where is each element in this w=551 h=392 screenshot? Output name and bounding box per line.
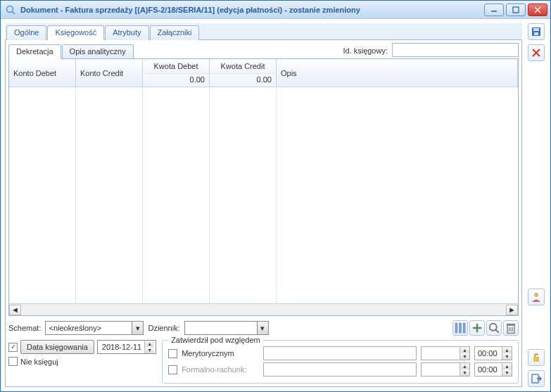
minimize-button[interactable]: [484, 4, 504, 16]
id-input[interactable]: [392, 43, 519, 57]
chevron-down-icon[interactable]: ▾: [257, 322, 268, 334]
svg-rect-14: [507, 324, 516, 326]
tab-atrybuty[interactable]: Atrybuty: [105, 25, 148, 40]
bottom-area: Schemat: <nieokreślony> ▾ Dziennik: ▾: [8, 316, 519, 384]
merytorycznym-input[interactable]: [263, 346, 417, 360]
schemat-label: Schemat:: [8, 324, 41, 332]
columns-button[interactable]: [452, 320, 468, 336]
merytorycznym-checkbox[interactable]: [168, 349, 177, 358]
scroll-left-icon[interactable]: ◄: [9, 305, 21, 315]
grid-header: Konto Debet Konto Credit Kwota Debet 0.0…: [9, 59, 518, 87]
svg-rect-8: [463, 323, 466, 334]
id-label: Id. księgowy:: [343, 46, 388, 55]
col-opis[interactable]: Opis: [277, 59, 518, 87]
grid-toolbar: [452, 320, 519, 336]
data-ksiegowania-checkbox[interactable]: [8, 343, 18, 352]
main-column: Ogólne Księgowość Atrybuty Załączniki De…: [5, 23, 522, 387]
inner-tab-dekretacja[interactable]: Dekretacja: [8, 44, 61, 59]
svg-rect-6: [455, 323, 458, 334]
svg-rect-20: [534, 32, 538, 35]
data-ksiegowania-row: Data księgowania 2018-12-11 ▲▼: [8, 340, 156, 354]
svg-point-23: [534, 293, 538, 297]
merytorycznym-num[interactable]: ▲▼: [421, 346, 470, 360]
formalno-row: Formalno-rachunk: ▲▼ 00:00▲▼: [168, 362, 512, 377]
data-ksiegowania-date[interactable]: 2018-12-11 ▲▼: [97, 340, 156, 354]
nie-ksieguj-row: Nie księguj: [8, 357, 156, 366]
side-toolbar: [526, 23, 546, 387]
merytorycznym-row: Merytorycznym ▲▼ 00:00▲▼: [168, 346, 512, 360]
schemat-combo[interactable]: <nieokreślony> ▾: [45, 321, 144, 335]
svg-point-11: [490, 324, 497, 331]
zatwierdzil-legend: Zatwierdził pod względem: [168, 336, 263, 344]
formalno-checkbox[interactable]: [168, 365, 177, 374]
dziennik-label: Dziennik:: [148, 324, 179, 332]
date-spinner[interactable]: ▲▼: [144, 341, 154, 353]
svg-rect-3: [513, 7, 519, 13]
nie-ksieguj-label: Nie księguj: [20, 358, 58, 366]
save-button[interactable]: [528, 23, 545, 40]
sum-kwota-debet: 0.00: [143, 73, 209, 87]
search-button[interactable]: [486, 320, 502, 336]
data-ksiegowania-button[interactable]: Data księgowania: [20, 340, 94, 354]
svg-line-1: [13, 11, 15, 14]
cancel-button[interactable]: [528, 44, 545, 61]
export-button[interactable]: [528, 370, 545, 387]
maximize-button[interactable]: [506, 4, 526, 16]
col-konto-credit[interactable]: Konto Credit: [76, 59, 143, 87]
row-bottom: Data księgowania 2018-12-11 ▲▼ Nie księg…: [8, 340, 519, 384]
grid: Konto Debet Konto Credit Kwota Debet 0.0…: [8, 59, 519, 316]
body: Ogólne Księgowość Atrybuty Załączniki De…: [1, 19, 550, 391]
merytorycznym-time[interactable]: 00:00▲▼: [474, 346, 512, 360]
window-title: Dokument - Faktura sprzedaży [(A)FS-2/18…: [20, 6, 484, 14]
add-button[interactable]: [469, 320, 485, 336]
merytorycznym-label: Merytorycznym: [182, 349, 259, 358]
col-kwota-credit[interactable]: Kwota Credit 0.00: [210, 59, 277, 87]
svg-line-12: [496, 330, 499, 333]
content-frame: Dekretacja Opis analityczny Id. księgowy…: [5, 40, 522, 387]
zatwierdzil-group: Zatwierdził pod względem Merytorycznym ▲…: [162, 340, 519, 384]
dziennik-combo[interactable]: ▾: [184, 321, 269, 335]
formalno-time[interactable]: 00:00▲▼: [474, 362, 512, 377]
unlock-button[interactable]: [528, 349, 545, 366]
inner-tab-opis[interactable]: Opis analityczny: [62, 44, 134, 58]
left-block: Data księgowania 2018-12-11 ▲▼ Nie księg…: [8, 340, 156, 366]
formalno-input[interactable]: [263, 362, 417, 377]
svg-rect-7: [459, 323, 462, 334]
titlebar: Dokument - Faktura sprzedaży [(A)FS-2/18…: [1, 1, 550, 19]
tab-ogolne[interactable]: Ogólne: [6, 25, 46, 40]
svg-point-0: [7, 6, 13, 12]
formalno-label: Formalno-rachunk:: [182, 365, 259, 374]
tab-ksiegowosc[interactable]: Księgowość: [47, 25, 104, 40]
app-icon: [5, 4, 16, 15]
user-button[interactable]: [528, 289, 545, 305]
tab-zalaczniki[interactable]: Załączniki: [150, 25, 200, 40]
inner-tabs: Dekretacja Opis analityczny Id. księgowy…: [8, 43, 519, 59]
delete-button[interactable]: [503, 320, 519, 336]
scroll-right-icon[interactable]: ►: [506, 305, 518, 315]
sum-kwota-credit: 0.00: [210, 73, 276, 87]
row-schemat: Schemat: <nieokreślony> ▾ Dziennik: ▾: [8, 320, 519, 336]
svg-rect-24: [533, 357, 539, 362]
app-window: Dokument - Faktura sprzedaży [(A)FS-2/18…: [0, 0, 551, 392]
col-kwota-debet[interactable]: Kwota Debet 0.00: [143, 59, 210, 87]
formalno-num[interactable]: ▲▼: [421, 362, 470, 377]
svg-rect-19: [533, 28, 539, 31]
top-tabs: Ogólne Księgowość Atrybuty Załączniki: [5, 23, 522, 40]
close-button[interactable]: [528, 4, 547, 16]
grid-body[interactable]: [9, 87, 518, 303]
h-scrollbar[interactable]: ◄ ►: [9, 303, 518, 315]
chevron-down-icon[interactable]: ▾: [132, 322, 143, 334]
nie-ksieguj-checkbox[interactable]: [8, 357, 18, 366]
col-konto-debet[interactable]: Konto Debet: [9, 59, 76, 87]
window-buttons: [484, 4, 547, 16]
